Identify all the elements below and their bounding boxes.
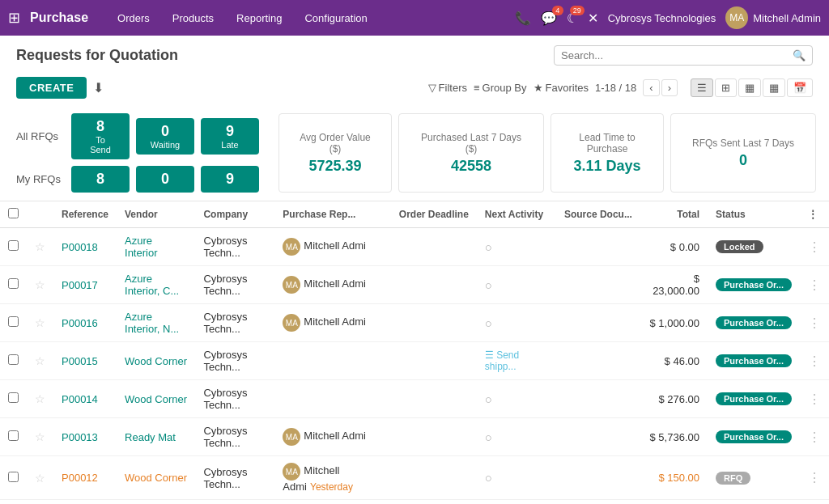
row-vendor: Wood Corner [117,456,195,500]
avg-order-card: Avg Order Value ($) 5725.39 [278,113,392,193]
row-checkbox[interactable] [8,430,19,441]
all-rfqs-to-send[interactable]: 8 To Send [71,113,130,159]
vendor-link[interactable]: Wood Corner [125,393,187,405]
favorite-star[interactable]: ☆ [35,240,45,253]
prev-page-button[interactable]: ‹ [643,79,659,96]
reference-link[interactable]: P00017 [62,279,98,291]
row-checkbox-cell [0,342,27,380]
row-actions-menu[interactable]: ⋮ [808,354,821,368]
chart-view-button[interactable]: ▦ [763,78,785,97]
kanban-view-button[interactable]: ⊞ [715,78,737,97]
my-to-send-num: 8 [89,171,112,188]
favorite-star[interactable]: ☆ [35,430,45,443]
rfq-sent-value: 0 [686,152,801,169]
row-total: $ 23,000.00 [640,266,708,304]
row-actions-menu[interactable]: ⋮ [808,471,821,485]
favorite-star[interactable]: ☆ [35,354,45,367]
favorite-star[interactable]: ☆ [35,392,45,405]
user-menu[interactable]: MA Mitchell Admin [725,6,821,29]
activity-icon[interactable]: ☾ 29 [567,11,578,26]
row-deadline [391,266,477,304]
reference-link[interactable]: P00016 [62,317,98,329]
row-checkbox[interactable] [8,240,19,251]
vendor-link[interactable]: Azure Interior [125,235,157,259]
activity-circle-icon: ○ [485,471,492,485]
row-checkbox[interactable] [8,472,19,482]
nav-orders[interactable]: Orders [108,9,159,28]
vendor-link[interactable]: Azure Interior, N... [125,311,179,335]
row-status: Purchase Or... [708,418,800,456]
row-star-cell: ☆ [27,342,53,380]
row-vendor: Azure Interior [117,228,195,266]
row-source [556,266,640,304]
select-all-checkbox[interactable] [8,208,19,218]
reference-link[interactable]: P00014 [62,393,98,405]
company-name: Cybrosys Technologies [608,12,716,24]
nav-configuration[interactable]: Configuration [295,9,376,28]
row-deadline [391,304,477,342]
groupby-button[interactable]: ≡ Group By [474,82,527,94]
groupby-icon: ≡ [474,82,480,94]
calendar-view-button[interactable]: 📅 [787,78,813,97]
nav-products[interactable]: Products [163,9,223,28]
messages-icon[interactable]: 💬 4 [541,11,557,26]
rep-avatar: MA [283,463,300,481]
favorite-star[interactable]: ☆ [35,472,45,485]
col-rep: Purchase Rep... [274,201,390,228]
download-button[interactable]: ⬇ [93,80,104,95]
row-actions-menu[interactable]: ⋮ [808,240,821,254]
row-checkbox[interactable] [8,316,19,327]
row-reference: P00013 [53,418,117,456]
my-rfqs-to-send[interactable]: 8 [71,166,130,193]
phone-icon[interactable]: 📞 [515,11,531,26]
row-rep: MAMitchell AdmiYesterday [274,456,390,500]
reference-link[interactable]: P00013 [62,431,98,443]
close-icon[interactable]: ✕ [588,11,598,26]
row-checkbox[interactable] [8,392,19,403]
lead-time-card: Lead Time to Purchase 3.11 Days [551,113,664,193]
row-status: Purchase Or... [708,304,800,342]
vendor-link[interactable]: Wood Corner [125,355,187,367]
row-actions-menu[interactable]: ⋮ [808,430,821,444]
row-star-cell: ☆ [27,228,53,266]
row-activity: ○ [477,418,556,456]
vendor-link[interactable]: Azure Interior, C... [125,273,179,297]
row-star-cell: ☆ [27,380,53,418]
all-rfqs-late[interactable]: 9 Late [201,118,259,155]
list-view-button[interactable]: ☰ [691,78,713,97]
main-content: Requests for Quotation 🔍 CREATE ⬇ ▽ Filt… [0,36,829,504]
row-checkbox-cell [0,228,27,266]
filters-button[interactable]: ▽ Filters [428,82,467,94]
row-actions-cell: ⋮ [800,380,829,418]
row-actions-menu[interactable]: ⋮ [808,316,821,330]
favorite-star[interactable]: ☆ [35,316,45,329]
row-actions-menu[interactable]: ⋮ [808,392,821,406]
vendor-link[interactable]: Ready Mat [125,431,176,443]
my-rfqs-waiting[interactable]: 0 [136,166,194,193]
search-icon[interactable]: 🔍 [793,49,806,61]
favorites-button[interactable]: ★ Favorites [534,82,589,94]
row-source [556,304,640,342]
reference-link[interactable]: P00018 [62,241,98,253]
reference-link[interactable]: P00012 [62,472,98,484]
row-actions-menu[interactable]: ⋮ [808,278,821,292]
row-rep: MAMitchell Admi [274,266,390,304]
grid-icon[interactable]: ⊞ [8,9,20,27]
row-checkbox[interactable] [8,354,19,365]
all-rfqs-waiting[interactable]: 0 Waiting [136,118,194,155]
row-vendor: Wood Corner [117,380,195,418]
search-input[interactable] [561,49,793,61]
next-page-button[interactable]: › [661,79,678,96]
col-status: Status [708,201,800,228]
grid-view-button[interactable]: ▦ [738,78,761,97]
create-button[interactable]: CREATE [16,77,87,99]
row-star-cell: ☆ [27,456,53,500]
nav-reporting[interactable]: Reporting [227,9,291,28]
reference-link[interactable]: P00015 [62,355,98,367]
stat-cards-group: Avg Order Value ($) 5725.39 Purchased La… [278,113,823,193]
my-rfqs-late[interactable]: 9 [201,166,259,193]
favorite-star[interactable]: ☆ [35,278,45,291]
topnav-menu: Orders Products Reporting Configuration [108,9,377,28]
row-checkbox[interactable] [8,278,19,289]
vendor-link[interactable]: Wood Corner [125,472,187,484]
